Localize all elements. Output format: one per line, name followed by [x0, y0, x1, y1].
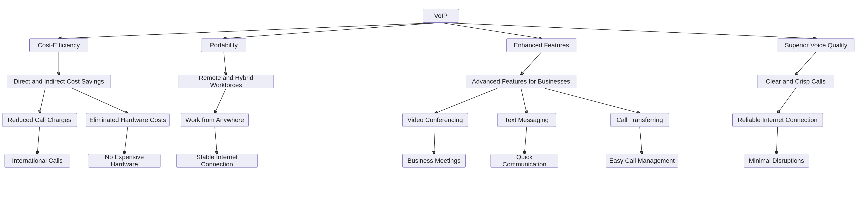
- node-cost-efficiency: Cost-Efficiency: [29, 38, 88, 52]
- svg-line-0: [59, 23, 441, 38]
- svg-line-1: [224, 23, 441, 38]
- node-clear-crisp: Clear and Crisp Calls: [757, 75, 834, 88]
- svg-line-20: [640, 127, 642, 154]
- svg-line-8: [215, 88, 226, 113]
- svg-line-18: [434, 127, 435, 154]
- svg-line-6: [72, 88, 128, 113]
- svg-line-11: [521, 88, 527, 113]
- svg-line-13: [796, 52, 816, 75]
- svg-line-5: [39, 88, 45, 113]
- node-superior-voice: Superior Voice Quality: [778, 38, 855, 52]
- node-easy-call-mgmt: Easy Call Management: [606, 154, 678, 167]
- node-reliable-internet: Reliable Internet Connection: [733, 113, 823, 127]
- node-quick-comm: Quick Communication: [491, 154, 558, 167]
- svg-line-17: [215, 127, 217, 154]
- node-no-expensive-hw: No Expensive Hardware: [88, 154, 160, 167]
- svg-line-3: [441, 23, 816, 38]
- node-eliminated-hw: Eliminated Hardware Costs: [86, 113, 169, 127]
- diagram: VoIP Cost-Efficiency Portability Enhance…: [0, 0, 868, 218]
- node-reduced-call: Reduced Call Charges: [2, 113, 77, 127]
- node-text-messaging: Text Messaging: [497, 113, 556, 127]
- node-advanced-features: Advanced Features for Businesses: [466, 75, 577, 88]
- svg-line-2: [441, 23, 541, 38]
- node-enhanced-features: Enhanced Features: [506, 38, 577, 52]
- svg-line-9: [521, 52, 541, 75]
- svg-line-21: [776, 127, 778, 154]
- node-portability: Portability: [201, 38, 246, 52]
- svg-line-19: [524, 127, 527, 154]
- node-call-transferring: Call Transferring: [610, 113, 669, 127]
- node-voip: VoIP: [423, 9, 459, 23]
- connector-lines: [0, 0, 868, 218]
- node-direct-indirect: Direct and Indirect Cost Savings: [7, 75, 111, 88]
- node-stable-internet: Stable Internet Connection: [176, 154, 258, 167]
- node-work-anywhere: Work from Anywhere: [181, 113, 249, 127]
- node-business-meetings: Business Meetings: [402, 154, 466, 167]
- svg-line-10: [435, 88, 497, 113]
- node-international-calls: International Calls: [4, 154, 70, 167]
- svg-line-12: [545, 88, 640, 113]
- svg-line-16: [124, 127, 128, 154]
- node-minimal-disruptions: Minimal Disruptions: [744, 154, 809, 167]
- node-remote-hybrid: Remote and Hybrid Workforces: [179, 75, 274, 88]
- svg-line-15: [37, 127, 39, 154]
- svg-line-7: [224, 52, 226, 75]
- svg-line-14: [778, 88, 796, 113]
- node-video-conf: Video Conferencing: [402, 113, 468, 127]
